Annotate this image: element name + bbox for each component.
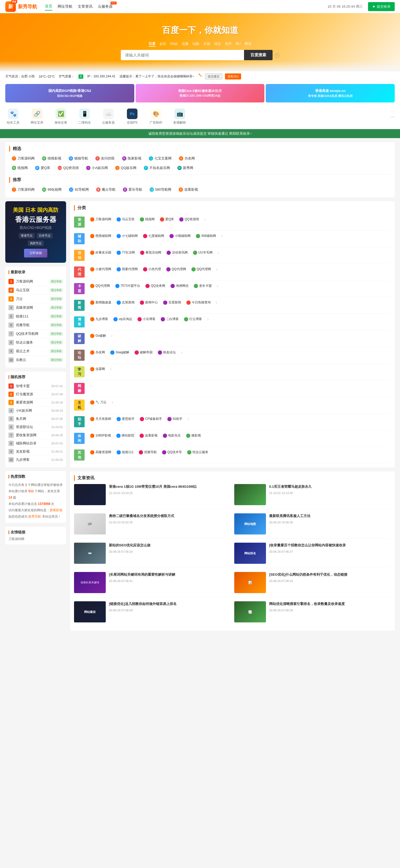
site-item[interactable]: 猫猫猫导航: [66, 155, 91, 162]
article-title-5[interactable]: 新站的SEO优化应该怎么做: [109, 542, 230, 548]
quick-icon-ps[interactable]: Ps 在线PS: [124, 108, 140, 125]
quick-icon-tool[interactable]: 🐾 站长工具: [5, 108, 21, 125]
recent-badge[interactable]: 通过审核: [50, 297, 63, 301]
cat-item[interactable]: 乌云互联: [115, 217, 136, 222]
cat-item[interactable]: 我要代理网: [115, 267, 139, 272]
recent-name[interactable]: 乌云互联: [16, 288, 50, 292]
cat-item[interactable]: 破解帝国: [133, 350, 154, 355]
recent-name[interactable]: 恒达云服务: [16, 340, 50, 345]
cat-item[interactable]: 咪咕影院: [115, 433, 136, 438]
site-item[interactable]: 58580导航网: [147, 186, 174, 193]
cat-item[interactable]: 铁血论坛: [156, 350, 177, 355]
cat-item[interactable]: Go破解: [89, 333, 108, 339]
more-btn[interactable]: ›: [216, 250, 221, 255]
cat-item[interactable]: 新闻中心: [138, 300, 160, 305]
site-item[interactable]: 猜猜推影视: [39, 155, 64, 162]
cat-item[interactable]: 二白博客: [159, 316, 180, 322]
hero-tab-baidu[interactable]: 百度: [149, 41, 155, 47]
cat-item[interactable]: 新闻咖速递: [89, 300, 113, 305]
nav-item-cloud[interactable]: 云服务器 HOT: [98, 3, 113, 10]
more-btn[interactable]: ›: [109, 366, 113, 372]
recent-name[interactable]: 优雅导航: [16, 323, 50, 328]
site-item[interactable]: 七七宝文案网: [146, 155, 174, 162]
more-btn[interactable]: ›: [216, 283, 220, 289]
cat-item[interactable]: 小乐博客: [136, 316, 157, 322]
cat-item[interactable]: 爱Q库: [159, 217, 175, 222]
nav-item-sites[interactable]: 网址导航: [58, 3, 73, 10]
site-item[interactable]: 爱爱Q库: [32, 164, 53, 172]
more-btn[interactable]: ›: [110, 400, 114, 405]
site-item[interactable]: 9999化链网: [39, 186, 64, 193]
cat-item[interactable]: 3swg破解: [109, 350, 131, 355]
site-item[interactable]: 线线报网: [9, 164, 30, 172]
hero-tab-taobao[interactable]: 淘宝: [214, 41, 221, 47]
recent-name[interactable]: 高隆资源网: [16, 305, 50, 310]
quick-icon-cloud[interactable]: ☁️ 云服务器: [101, 108, 116, 125]
nav-link[interactable]: 新秀导航: [28, 515, 41, 518]
cat-item[interactable]: UU羊毛网: [192, 250, 214, 255]
cat-item[interactable]: 活动资讯网: [165, 250, 189, 255]
site-item[interactable]: 不不知名娱乐网: [141, 164, 173, 172]
nav-item-articles[interactable]: 文章资讯: [78, 3, 92, 10]
cat-item[interactable]: 爱思助手: [115, 416, 136, 422]
article-title-10[interactable]: 网站优化清晰搜索引擎排名，收录数量及收录速度: [269, 601, 391, 607]
more-icons-button[interactable]: ⋯: [390, 114, 395, 120]
cat-item[interactable]: 九步博客: [89, 316, 110, 322]
recent-badge[interactable]: 通过审核: [50, 279, 63, 284]
site-item[interactable]: 友友问控医: [93, 155, 117, 162]
ad-item-1[interactable]: 国内高防BGP线路/香港CN2 双向CN2+BGP线路: [5, 84, 134, 102]
cat-item[interactable]: 番茄活动网: [139, 250, 163, 255]
hero-tab-magi[interactable]: Magi: [170, 41, 178, 47]
suggest-button[interactable]: 提交建议: [205, 73, 222, 80]
friendly-link-1[interactable]: 刀客源码网: [8, 537, 24, 541]
more-btn[interactable]: ›: [215, 267, 219, 272]
cat-item[interactable]: 恒达云服务: [185, 450, 210, 455]
cat-item[interactable]: 7573卡盟平台: [114, 283, 142, 289]
site-item[interactable]: 9292导航网: [66, 186, 91, 193]
site-item[interactable]: 办办友网: [176, 155, 198, 162]
random-name[interactable]: 番爱资源网: [16, 400, 51, 405]
quick-icon-qr[interactable]: 📱 二维码生: [77, 108, 92, 125]
more-btn[interactable]: ›: [215, 300, 219, 305]
cat-item[interactable]: 77生活网: [115, 250, 136, 255]
random-name[interactable]: 鱼爪网: [16, 416, 51, 421]
site-item[interactable]: QQQQ资讯情: [55, 164, 81, 172]
cat-item[interactable]: QQ业务网: [144, 283, 167, 289]
more-btn[interactable]: ›: [206, 316, 210, 322]
cat-item[interactable]: 老长卡盟: [192, 283, 213, 289]
recent-badge[interactable]: 通过审核: [50, 332, 63, 336]
cat-item[interactable]: CF辅备助手: [138, 416, 164, 422]
site-item[interactable]: 追追看影视: [176, 186, 201, 193]
cat-item[interactable]: 链接111: [115, 450, 135, 455]
cat-item[interactable]: 456辅助网: [194, 233, 218, 239]
cat-item[interactable]: 天天有新鲜: [89, 416, 113, 422]
logo-icon[interactable]: 新 新版: [5, 1, 16, 12]
random-name[interactable]: 龙友影视: [16, 449, 51, 454]
quick-icon-video[interactable]: 📺 影视解析: [172, 108, 188, 125]
article-title-1[interactable]: 香港cera 1核1G 10M带宽仅需10月 美国cera 864G10M以: [109, 484, 230, 489]
quick-icon-ad[interactable]: 🎨 广告制作: [148, 108, 164, 125]
cat-item[interactable]: 高隆资源网: [89, 450, 113, 455]
login-button[interactable]: 游客(0c): [225, 73, 241, 80]
more-btn[interactable]: ›: [179, 350, 184, 355]
random-name[interactable]: 爱收集资源网: [16, 433, 51, 438]
hero-tab-bli[interactable]: BLi: [236, 41, 241, 47]
side-banner-btn[interactable]: 立即体验: [24, 249, 47, 257]
random-name[interactable]: 叮当魔资源: [16, 392, 51, 397]
recent-badge[interactable]: 通过审核: [50, 340, 63, 345]
article-title-8[interactable]: [SEO优化]什么网站仍然条件有利于优化，动态链接: [269, 572, 391, 577]
recent-badge[interactable]: 通过审核: [50, 323, 63, 327]
cat-item[interactable]: 小麦代理网: [89, 267, 113, 272]
cat-item[interactable]: 小杰代理: [141, 267, 163, 272]
recent-name[interactable]: 刀云: [16, 297, 50, 301]
site-item[interactable]: 小小A娱乐网: [84, 164, 111, 172]
recent-badge[interactable]: 通过审核: [50, 349, 63, 353]
site-item[interactable]: 陈陈家影视: [119, 155, 144, 162]
search-button[interactable]: 百度搜索: [244, 50, 273, 60]
cat-item[interactable]: 小喵辅助网: [168, 233, 192, 239]
cat-item[interactable]: 好量友乐园: [89, 250, 113, 255]
site-item[interactable]: 刀刀客源码网: [9, 155, 37, 162]
cat-item[interactable]: QQ资源情: [178, 217, 201, 222]
article-title-3[interactable]: 奥特二级巴黎桑域名分发系统授分领取方式: [109, 513, 230, 519]
recent-name[interactable]: 链接111: [16, 314, 50, 319]
